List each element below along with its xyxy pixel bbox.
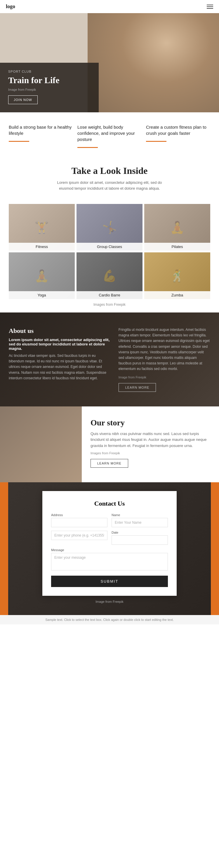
look-description: Lorem ipsum dolor sit amet, consectetur … (51, 180, 168, 191)
contact-row-address-name: Address Name (51, 513, 168, 527)
contact-bg-note: Image from Freepik (6, 600, 213, 603)
gallery-label-group-classes: Group Classes (77, 243, 142, 251)
date-input[interactable] (112, 535, 168, 545)
gallery-grid: 🏋 Fitness 🤸 Group Classes 🧘 Pilates 🧘 Yo… (0, 204, 219, 299)
feature-divider-2 (77, 147, 98, 148)
hero-section: SPORT CLUB Train for Life Image from Fre… (0, 13, 219, 112)
contact-box: Contact Us Address Name Date Message (42, 491, 177, 596)
story-learn-more-button[interactable]: LEARN MORE (90, 459, 128, 468)
orange-side-left (0, 482, 8, 615)
hero-image-credit: Image from Freepik (8, 88, 90, 91)
gallery-item-cardio-barre[interactable]: 💪 Cardio Barre (77, 252, 142, 299)
address-input[interactable] (51, 518, 107, 527)
about-image-credit: Image from Freepik (118, 375, 210, 379)
gallery-item-yoga[interactable]: 🧘 Yoga (9, 252, 75, 299)
gallery-item-group-classes[interactable]: 🤸 Group Classes (77, 204, 142, 251)
about-right: Fringilla ut morbi tincidunt augue inter… (118, 327, 210, 392)
feature-divider-1 (9, 141, 29, 142)
hero-image (88, 13, 219, 112)
contact-address-field: Address (51, 513, 107, 527)
gallery-images-credit: Images from Freepik (0, 303, 219, 307)
hero-title: Train for Life (8, 75, 90, 86)
gallery-item-fitness[interactable]: 🏋 Fitness (9, 204, 75, 251)
about-section: About us Lorem ipsum dolor sit amet, con… (0, 312, 219, 406)
about-title: About us (9, 327, 110, 335)
about-left: About us Lorem ipsum dolor sit amet, con… (9, 327, 110, 392)
hero-overlay: SPORT CLUB Train for Life Image from Fre… (0, 63, 99, 112)
message-textarea[interactable] (51, 553, 168, 570)
orange-side-right (211, 482, 219, 615)
hero-image-fill (88, 13, 219, 112)
contact-row-phone-date: Date (51, 531, 168, 545)
feature-text-3: Create a custom fitness plan to crush yo… (146, 124, 210, 136)
message-label: Message (51, 548, 168, 552)
footer-note: Sample text. Click to select the text bo… (0, 615, 219, 624)
address-label: Address (51, 513, 107, 517)
story-image (0, 406, 82, 482)
logo: logo (6, 3, 15, 10)
story-body: Quis viverra nibh cras pulvinar mattis n… (90, 431, 210, 449)
contact-message-field: Message (51, 548, 168, 571)
contact-name-field: Name (112, 513, 168, 527)
hamburger-line-2 (207, 6, 213, 7)
feature-item-1: Build a strong base for a healthy lifest… (9, 124, 77, 148)
gallery-label-yoga: Yoga (9, 291, 75, 299)
about-body: Ac tincidunt vitae semper quis. Sed fauc… (9, 353, 110, 381)
hero-sport-label: SPORT CLUB (8, 70, 90, 73)
about-right-body: Fringilla ut morbi tincidunt augue inter… (118, 327, 210, 372)
story-content: Our story Quis viverra nibh cras pulvina… (82, 406, 219, 482)
hamburger-line-3 (207, 8, 213, 9)
look-section: Take a Look Inside Lorem ipsum dolor sit… (0, 157, 219, 204)
story-images-credit: Images from Freepik (90, 452, 210, 455)
about-learn-more-button[interactable]: LEARN MORE (118, 383, 156, 392)
story-title: Our story (90, 418, 210, 428)
about-subtitle: Lorem ipsum dolor sit amet, consectetur … (9, 338, 110, 351)
phone-input[interactable] (51, 531, 107, 540)
contact-title: Contact Us (51, 500, 168, 507)
contact-date-field: Date (112, 531, 168, 545)
feature-text-2: Lose weight, build body confidence, and … (77, 124, 142, 143)
gallery-item-pilates[interactable]: 🧘 Pilates (144, 204, 210, 251)
features-section: Build a strong base for a healthy lifest… (0, 112, 219, 157)
feature-item-3: Create a custom fitness plan to crush yo… (146, 124, 210, 148)
contact-section: Contact Us Address Name Date Message (0, 482, 219, 615)
feature-divider-3 (146, 141, 166, 142)
contact-phone-field (51, 531, 107, 545)
name-label: Name (112, 513, 168, 517)
hamburger-menu[interactable] (207, 5, 213, 9)
gallery-label-pilates: Pilates (144, 243, 210, 251)
gallery-label-zumba: Zumba (144, 291, 210, 299)
gallery-label-fitness: Fitness (9, 243, 75, 251)
story-section: Our story Quis viverra nibh cras pulvina… (0, 406, 219, 482)
navbar: logo (0, 0, 219, 13)
footer-sample-text: Sample text. Click to select the text bo… (45, 618, 174, 621)
gallery-label-cardio-barre: Cardio Barre (77, 291, 142, 299)
name-input[interactable] (112, 518, 168, 527)
date-label: Date (112, 531, 168, 534)
feature-text-1: Build a strong base for a healthy lifest… (9, 124, 73, 136)
submit-button[interactable]: SUBMIT (51, 576, 168, 587)
feature-item-2: Lose weight, build body confidence, and … (77, 124, 146, 148)
hamburger-line-1 (207, 5, 213, 5)
join-now-button[interactable]: JOIN NOW (8, 95, 38, 104)
gallery-item-zumba[interactable]: 🕺 Zumba (144, 252, 210, 299)
look-title: Take a Look Inside (9, 165, 210, 176)
